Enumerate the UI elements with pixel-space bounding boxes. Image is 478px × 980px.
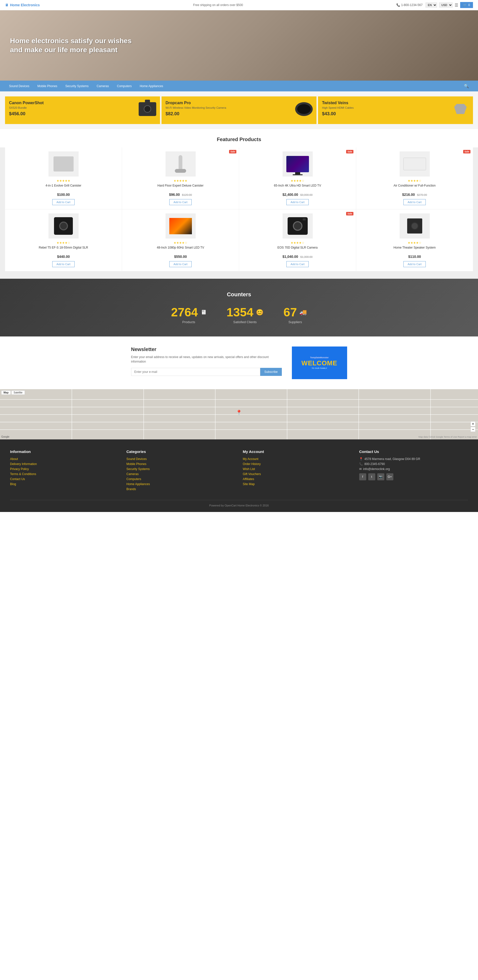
newsletter-desc: Enter your email address to receive all … <box>131 355 282 364</box>
phone-footer-icon: 📞 <box>359 462 363 466</box>
add-to-cart-5[interactable]: Add to Cart <box>169 261 192 267</box>
promo-card-1[interactable]: Dropcam Pro Wi-Fi Wireless Video Monitor… <box>161 96 317 124</box>
language-select[interactable]: EN FR <box>425 3 437 8</box>
counter-clients: 1354 😊 Satisfied Clients <box>226 305 263 324</box>
currency-select[interactable]: USD EUR <box>439 3 453 8</box>
welcome-top-text: TemplateMonster <box>310 356 329 359</box>
map-road-v-4 <box>287 389 287 439</box>
product-price-row-7: $110.00 <box>408 255 421 259</box>
footer-link-security-systems[interactable]: Security Systems <box>126 467 235 471</box>
truck-counter-icon: 🚚 <box>300 309 307 316</box>
sale-badge-6: Sale <box>346 212 354 215</box>
product-price-6: $1,040.00 <box>283 255 298 259</box>
product-price-row-1: $96.00 $120.00 <box>169 192 192 197</box>
map-zoom-in-button[interactable]: + <box>470 421 475 426</box>
counters-row: 2764 🖥 Products 1354 😊 Satisfied Clients… <box>5 305 473 324</box>
product-old-price-1: $120.00 <box>182 193 192 196</box>
map-road-v-5 <box>358 389 359 439</box>
counters-section: Counters 2764 🖥 Products 1354 😊 Satisfie… <box>0 279 478 336</box>
add-to-cart-2[interactable]: Add to Cart <box>286 199 309 205</box>
shipping-text: Free shipping on all orders over $500 <box>193 3 243 7</box>
hero-banner: Home electronics satisfy our wishes and … <box>0 10 478 81</box>
footer-link-order-history[interactable]: Order History <box>243 462 352 466</box>
map-tab-map[interactable]: Map <box>1 390 11 395</box>
add-to-cart-7[interactable]: Add to Cart <box>403 261 426 267</box>
logo[interactable]: 🖥 Home Electronics <box>5 3 40 7</box>
nav-sound-devices[interactable]: Sound Devices <box>5 81 33 91</box>
promo-card-0[interactable]: Canon PowerShot SX520 Bundle $456.00 <box>5 96 160 124</box>
newsletter-subscribe-button[interactable]: Subscribe <box>260 368 282 376</box>
promo-banners: Canon PowerShot SX520 Bundle $456.00 Dro… <box>0 91 478 129</box>
smiley-counter-icon: 😊 <box>256 309 263 316</box>
footer-link-site-map[interactable]: Site Map <box>243 482 352 486</box>
product-stars-3: ★★★★☆ <box>408 179 421 183</box>
nav-cameras[interactable]: Cameras <box>93 81 113 91</box>
nav-mobile-phones[interactable]: Mobile Phones <box>33 81 61 91</box>
social-twitter-icon[interactable]: t <box>368 473 375 480</box>
add-to-cart-6[interactable]: Add to Cart <box>286 261 309 267</box>
footer-link-blog[interactable]: Blog <box>10 482 119 486</box>
nav-home-appliances[interactable]: Home Appliances <box>135 81 167 91</box>
monitor-icon: 🖥 <box>5 3 8 7</box>
footer-link-sound-devices[interactable]: Sound Devices <box>126 457 235 461</box>
cart-button[interactable]: 🛒 0 <box>460 2 473 8</box>
add-to-cart-3[interactable]: Add to Cart <box>403 199 426 205</box>
add-to-cart-1[interactable]: Add to Cart <box>169 199 192 205</box>
product-price-0: $100.00 <box>57 192 70 197</box>
footer-link-affiliates[interactable]: Affiliates <box>243 477 352 481</box>
hamburger-icon[interactable]: ☰ <box>455 3 458 8</box>
newsletter-email-input[interactable] <box>131 368 260 376</box>
phone-icon: 📞 <box>396 3 400 7</box>
footer-link-cameras[interactable]: Cameras <box>126 472 235 476</box>
add-to-cart-0[interactable]: Add to Cart <box>52 199 75 205</box>
product-card-6: Sale ★★★★☆ EOS 70D Digital SLR Camera $1… <box>239 209 356 271</box>
counter-label-clients: Satisfied Clients <box>233 320 257 324</box>
social-instagram-icon[interactable]: 📷 <box>377 473 384 480</box>
footer-contact-us: Contact Us 📍 4578 Marmera road, Glasgow … <box>359 449 468 492</box>
map-section[interactable]: 📍 Map Satellite + − Google Map data ©201… <box>0 389 478 439</box>
counter-number-suppliers: 67 🚚 <box>284 305 307 319</box>
footer-information-heading: Information <box>10 449 119 454</box>
counter-label-suppliers: Suppliers <box>288 320 302 324</box>
add-to-cart-4[interactable]: Add to Cart <box>52 261 75 267</box>
footer-link-computers[interactable]: Computers <box>126 477 235 481</box>
map-pin-icon: 📍 <box>236 409 242 415</box>
footer-link-about[interactable]: About <box>10 457 119 461</box>
nav-security-systems[interactable]: Security Systems <box>61 81 93 91</box>
promo-img-0 <box>137 99 158 119</box>
product-price-7: $110.00 <box>408 255 421 259</box>
footer-link-privacy[interactable]: Privacy Policy <box>10 467 119 471</box>
nav-search-icon[interactable]: 🔍 <box>460 81 473 91</box>
counter-products: 2764 🖥 Products <box>171 305 207 324</box>
social-googleplus-icon[interactable]: G+ <box>386 473 394 480</box>
speaker-icon <box>407 218 422 234</box>
footer-link-wish-list[interactable]: Wish List <box>243 467 352 471</box>
footer-link-home-appliances[interactable]: Home Appliances <box>126 482 235 486</box>
footer-my-account-heading: My Account <box>243 449 352 454</box>
map-tab-satellite[interactable]: Satellite <box>11 390 25 395</box>
footer-link-my-account[interactable]: My Account <box>243 457 352 461</box>
nav-computers[interactable]: Computers <box>113 81 136 91</box>
product-stars-5: ★★★★☆ <box>174 241 187 245</box>
footer-link-delivery[interactable]: Delivery Information <box>10 462 119 466</box>
footer-information: Information About Delivery Information P… <box>10 449 119 492</box>
footer-address: 📍 4578 Marmera road, Glasgow D04 89 GR <box>359 457 468 461</box>
top-controls: EN FR USD EUR ☰ 🛒 0 <box>425 2 473 8</box>
footer-link-mobile-phones[interactable]: Mobile Phones <box>126 462 235 466</box>
product-img-1 <box>166 151 196 177</box>
grill-icon <box>54 156 73 172</box>
social-facebook-icon[interactable]: f <box>359 473 366 480</box>
footer-link-contact[interactable]: Contact Us <box>10 477 119 481</box>
promo-title-1: Dropcam Pro <box>166 100 312 105</box>
promo-price-1: $82.00 <box>166 111 312 116</box>
map-zoom-out-button[interactable]: − <box>470 427 475 432</box>
footer-link-brands[interactable]: Brands <box>126 487 235 491</box>
map-attribution: Map data ©2016 Google Terms of Use Repor… <box>419 436 477 438</box>
welcome-box-inner: TemplateMonster WELCOME TO OUR FAMILY <box>292 347 347 379</box>
counter-label-products: Products <box>182 320 195 324</box>
footer-link-terms[interactable]: Terms & Conditions <box>10 472 119 476</box>
footer-link-gift-vouchers[interactable]: Gift Vouchers <box>243 472 352 476</box>
promo-img-2 <box>450 99 470 119</box>
promo-card-2[interactable]: Twisted Veins High Speed HDMI Cables $43… <box>318 96 473 124</box>
hero-title: Home electronics satisfy our wishes and … <box>10 37 135 55</box>
